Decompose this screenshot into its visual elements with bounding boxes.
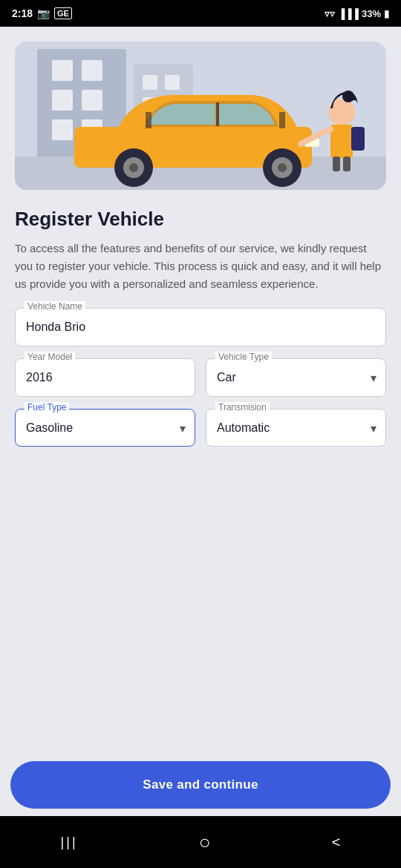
vehicle-type-select[interactable]: Car SUV Truck Motorcycle	[206, 359, 385, 395]
vehicle-name-group: Vehicle Name	[15, 308, 386, 346]
svg-point-23	[278, 163, 287, 172]
signal-icon: ▐▐▐	[338, 8, 359, 19]
status-right: ▿▿ ▐▐▐ 33% ▮	[325, 8, 389, 19]
battery-text: 33%	[362, 8, 381, 19]
time: 2:18	[12, 7, 33, 19]
form-section: Vehicle Name Year Model Vehicle Type Car…	[15, 308, 386, 447]
fuel-type-select[interactable]: Gasoline Diesel Electric Hybrid	[16, 410, 195, 446]
battery-icon: ▮	[384, 8, 389, 19]
svg-rect-27	[330, 125, 353, 158]
svg-point-25	[328, 99, 355, 125]
svg-point-20	[129, 163, 138, 172]
text-section: Register Vehicle To access all the featu…	[15, 190, 386, 308]
vehicle-type-label: Vehicle Type	[215, 352, 272, 362]
svg-rect-2	[52, 60, 73, 81]
svg-rect-16	[279, 112, 285, 128]
fuel-type-label: Fuel Type	[25, 402, 69, 412]
svg-point-26	[342, 91, 354, 102]
svg-rect-28	[351, 127, 365, 151]
svg-rect-29	[333, 157, 340, 171]
svg-rect-3	[82, 60, 102, 81]
ge-icon: GE	[54, 7, 72, 19]
vehicle-name-label: Vehicle Name	[25, 301, 85, 312]
row-year-type: Year Model Vehicle Type Car SUV Truck Mo…	[15, 358, 386, 397]
save-button-container: Save and continue	[10, 761, 391, 809]
save-continue-button[interactable]: Save and continue	[10, 761, 391, 809]
nav-home-icon[interactable]: ○	[199, 831, 211, 854]
year-model-group: Year Model	[15, 358, 195, 397]
page-title: Register Vehicle	[15, 208, 386, 231]
vehicle-name-input[interactable]	[16, 309, 385, 346]
fuel-type-group: Fuel Type Gasoline Diesel Electric Hybri…	[15, 409, 195, 447]
svg-rect-4	[52, 90, 73, 111]
nav-menu-icon[interactable]: |||	[61, 835, 78, 850]
svg-rect-6	[52, 119, 73, 140]
year-model-input[interactable]	[16, 359, 195, 396]
status-left: 2:18 📷 GE	[12, 7, 72, 19]
svg-rect-9	[143, 75, 157, 90]
year-model-label: Year Model	[25, 352, 75, 362]
wifi-icon: ▿▿	[325, 8, 335, 19]
transmission-label: Transmision	[215, 402, 270, 412]
row-fuel-transmission: Fuel Type Gasoline Diesel Electric Hybri…	[15, 409, 386, 447]
svg-rect-10	[165, 75, 180, 90]
nav-bar: ||| ○ <	[0, 816, 401, 868]
main-content: Register Vehicle To access all the featu…	[0, 42, 401, 447]
camera-icon: 📷	[37, 7, 50, 19]
svg-rect-17	[146, 112, 151, 128]
hero-image	[15, 42, 386, 190]
svg-rect-30	[343, 157, 351, 171]
status-bar: 2:18 📷 GE ▿▿ ▐▐▐ 33% ▮	[0, 0, 401, 27]
nav-back-icon[interactable]: <	[332, 834, 341, 851]
transmission-group: Transmision Automatic Manual ▾	[206, 409, 386, 447]
page-description: To access all the features and benefits …	[15, 240, 386, 293]
svg-rect-5	[82, 90, 102, 111]
vehicle-type-group: Vehicle Type Car SUV Truck Motorcycle ▾	[206, 358, 386, 397]
svg-rect-15	[216, 102, 219, 126]
transmission-select[interactable]: Automatic Manual	[206, 410, 385, 446]
